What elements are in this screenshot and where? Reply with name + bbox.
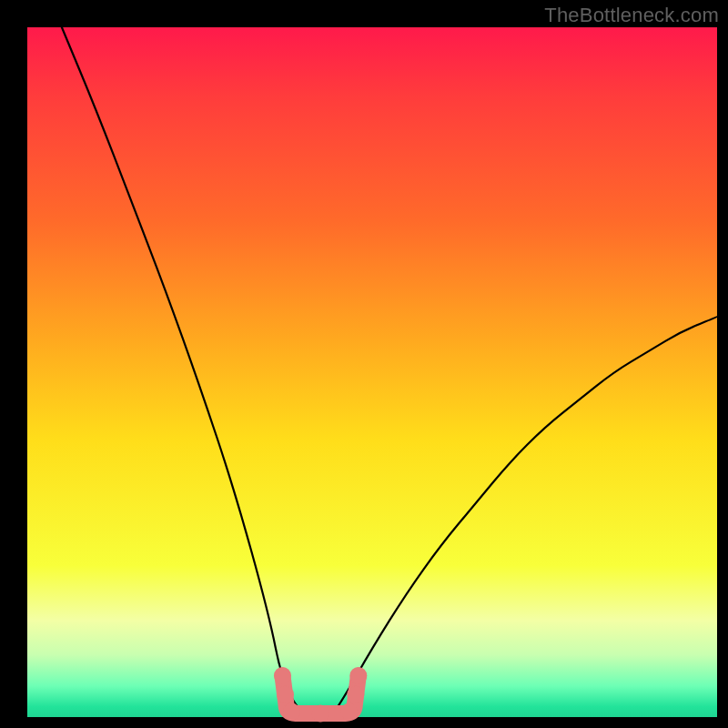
optimum-zone-dot xyxy=(283,703,300,721)
optimum-zone-dot xyxy=(312,705,329,723)
bottleneck-chart xyxy=(0,0,728,728)
optimum-zone-dot xyxy=(347,686,364,703)
chart-stage: TheBottleneck.com xyxy=(0,0,728,728)
optimum-zone-dot xyxy=(277,686,294,703)
watermark-text: TheBottleneck.com xyxy=(544,4,719,27)
optimum-zone-dot xyxy=(340,703,358,721)
optimum-zone-dot xyxy=(349,667,367,684)
optimum-zone-dot xyxy=(274,667,291,684)
